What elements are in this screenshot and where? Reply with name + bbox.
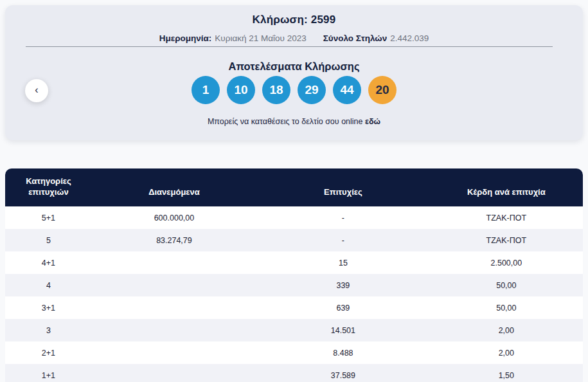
- draw-date-value: Κυριακή 21 Μαΐου 2023: [215, 33, 306, 43]
- cell-prize: 2,00: [430, 326, 583, 335]
- total-columns: Σύνολο Στηλών2.442.039: [323, 33, 429, 43]
- cell-category: 4+1: [5, 259, 92, 268]
- winning-number-ball: 1: [192, 76, 220, 104]
- cell-distributed: 600.000,00: [92, 214, 256, 223]
- previous-draw-button[interactable]: ‹: [25, 79, 48, 102]
- winning-number-ball: 10: [227, 76, 255, 104]
- draw-date-label: Ημερομηνία:: [159, 33, 212, 43]
- cell-category: 5+1: [5, 214, 92, 223]
- cell-category: 3+1: [5, 304, 92, 313]
- cell-category: 2+1: [5, 349, 92, 358]
- column-header-4: Κέρδη ανά επιτυχία: [430, 186, 583, 206]
- cell-wins: 8.488: [256, 349, 430, 358]
- cell-prize: 2.500,00: [430, 259, 583, 268]
- draw-title: Κλήρωση: 2599: [5, 14, 583, 26]
- winning-number-ball: 44: [333, 76, 361, 104]
- table-row: 3+163950,00: [5, 296, 583, 319]
- prizes-table-body: 5+1600.000,00-ΤΖΑΚ-ΠΟΤ583.274,79-ΤΖΑΚ-ΠΟ…: [5, 206, 583, 382]
- cell-prize: 50,00: [430, 304, 583, 313]
- table-row: 1+137.5891,50: [5, 364, 583, 382]
- cell-prize: 1,50: [430, 371, 583, 380]
- table-row: 2+18.4882,00: [5, 341, 583, 364]
- draw-meta: Ημερομηνία:Κυριακή 21 Μαΐου 2023 Σύνολο …: [5, 33, 583, 43]
- prizes-table-header: Κατηγορίες επιτυχιώνΔιανεμόμεναΕπιτυχίες…: [5, 168, 583, 206]
- column-header-2: Διανεμόμενα: [92, 186, 256, 206]
- note-text: Μπορείς να καταθέσεις το δελτίο σου onli…: [208, 117, 363, 126]
- winning-number-ball: 29: [298, 76, 326, 104]
- table-row: 433950,00: [5, 274, 583, 296]
- draw-summary-panel: Κλήρωση: 2599 Ημερομηνία:Κυριακή 21 Μαΐο…: [5, 5, 583, 140]
- table-row: 314.5012,00: [5, 319, 583, 341]
- cell-wins: -: [256, 214, 430, 223]
- winning-number-ball: 18: [262, 76, 290, 104]
- cell-wins: 37.589: [256, 371, 430, 380]
- cell-category: 1+1: [5, 371, 92, 380]
- column-header-1: Κατηγορίες επιτυχιών: [5, 176, 92, 206]
- cell-prize: 50,00: [430, 281, 583, 290]
- results-heading: Αποτελέσματα Κλήρωσης: [5, 60, 583, 73]
- column-header-3: Επιτυχίες: [256, 186, 430, 206]
- table-row: 583.274,79-ΤΖΑΚ-ΠΟΤ: [5, 229, 583, 251]
- cell-prize: 2,00: [430, 349, 583, 358]
- total-columns-label: Σύνολο Στηλών: [323, 33, 387, 43]
- draw-date: Ημερομηνία:Κυριακή 21 Μαΐου 2023: [159, 33, 307, 43]
- bonus-number-ball: 20: [368, 76, 396, 104]
- cell-category: 5: [5, 236, 92, 245]
- chevron-left-icon: ‹: [35, 85, 38, 95]
- cell-category: 3: [5, 326, 92, 335]
- cell-wins: 15: [256, 259, 430, 268]
- cell-wins: 639: [256, 304, 430, 313]
- cell-category: 4: [5, 281, 92, 290]
- table-row: 4+1152.500,00: [5, 251, 583, 274]
- cell-prize: ΤΖΑΚ-ΠΟΤ: [430, 214, 583, 223]
- submit-online-link[interactable]: εδώ: [365, 117, 380, 126]
- cell-distributed: 83.274,79: [92, 236, 256, 245]
- cell-wins: 339: [256, 281, 430, 290]
- divider: [26, 46, 553, 47]
- submit-online-note: Μπορείς να καταθέσεις το δελτίο σου onli…: [5, 117, 583, 126]
- cell-prize: ΤΖΑΚ-ΠΟΤ: [430, 236, 583, 245]
- cell-wins: -: [256, 236, 430, 245]
- prizes-table: Κατηγορίες επιτυχιώνΔιανεμόμεναΕπιτυχίες…: [5, 168, 583, 382]
- table-row: 5+1600.000,00-ΤΖΑΚ-ΠΟΤ: [5, 206, 583, 229]
- draw-results-page: Κλήρωση: 2599 Ημερομηνία:Κυριακή 21 Μαΐο…: [0, 0, 588, 382]
- cell-wins: 14.501: [256, 326, 430, 335]
- total-columns-value: 2.442.039: [390, 33, 429, 43]
- numbers-row: 11018294420: [5, 76, 583, 104]
